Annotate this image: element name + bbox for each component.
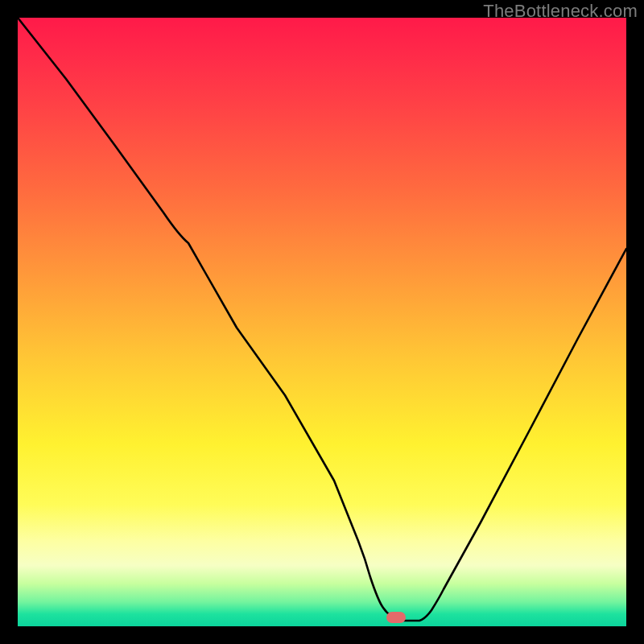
chart-frame: TheBottleneck.com [0,0,644,644]
optimal-point-marker [386,612,406,623]
watermark-text: TheBottleneck.com [483,1,638,22]
gradient-plot-area [18,18,626,626]
bottleneck-curve [18,18,626,626]
curve-path [18,18,626,621]
